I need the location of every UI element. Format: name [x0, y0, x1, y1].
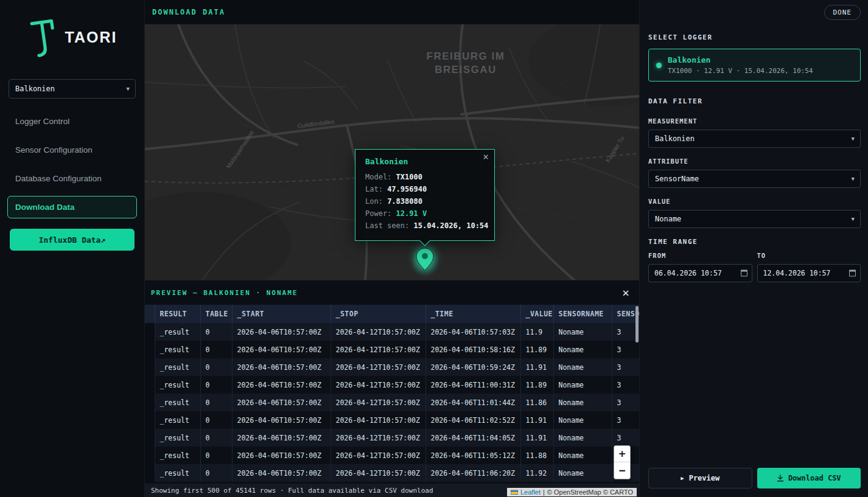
table-cell: 0	[200, 394, 232, 411]
from-label: FROM	[648, 252, 752, 259]
table-row: _result 0 2026-04-06T10:57:00Z 2026-04-1…	[145, 323, 639, 341]
page-title: DOWNLOAD DATA	[152, 8, 225, 16]
table-cell: 2026-04-06T10:58:16Z	[425, 341, 520, 358]
influxdb-data-button[interactable]: InfluxDB Data↗	[10, 229, 135, 251]
preview-table: RESULTTABLE_START_STOP_TIME_VALUESENSORN…	[145, 305, 639, 482]
table-cell: 11.91	[520, 429, 553, 447]
sidebar-nav: Logger Control Sensor Configuration Data…	[0, 107, 144, 221]
download-icon	[777, 474, 784, 482]
table-cell: 2026-04-06T10:57:00Z	[232, 411, 331, 429]
data-filter-label: DATA FILTER	[648, 97, 861, 105]
table-scrollbar-thumb[interactable]	[635, 306, 639, 342]
to-datetime-input[interactable]	[757, 264, 861, 282]
map[interactable]: FREIBURG IM BREISGAU Matsuyamaallee Guil…	[145, 24, 639, 280]
logger-card-name: Balkonien	[668, 55, 813, 64]
table-cell: 2026-04-06T10:57:00Z	[232, 447, 331, 464]
flag-icon	[511, 490, 518, 495]
right-panel: DONE SELECT LOGGER Balkonien TX1000 · 12…	[639, 0, 868, 497]
table-cell: Noname	[553, 376, 612, 394]
main-area: DOWNLOAD DATA	[145, 0, 639, 497]
value-select[interactable]: Noname	[648, 210, 861, 228]
table-cell: Noname	[553, 447, 612, 464]
zoom-out-button[interactable]: −	[614, 462, 631, 479]
preview-close-icon[interactable]: ×	[622, 287, 629, 299]
sidebar-item-download-data[interactable]: Download Data	[7, 196, 137, 218]
table-row: _result 0 2026-04-06T10:57:00Z 2026-04-1…	[145, 341, 639, 358]
table-cell	[145, 323, 155, 341]
map-marker-icon[interactable]	[416, 248, 434, 271]
table-cell: 2026-04-06T11:01:44Z	[425, 394, 520, 411]
popup-close-icon[interactable]: ×	[483, 152, 489, 162]
table-cell: 2026-04-12T10:57:00Z	[331, 429, 425, 447]
table-cell: _result	[155, 394, 200, 411]
download-csv-button[interactable]: Download CSV	[757, 468, 861, 488]
table-cell: 0	[200, 341, 232, 358]
main-content: FREIBURG IM BREISGAU Matsuyamaallee Guil…	[145, 24, 639, 497]
preview-button[interactable]: ▶ Preview	[648, 468, 752, 488]
table-cell: 2026-04-06T11:02:52Z	[425, 411, 520, 429]
table-cell: 3	[612, 394, 639, 411]
from-datetime-input[interactable]	[648, 264, 752, 282]
table-cell: 2026-04-06T11:00:31Z	[425, 376, 520, 394]
table-row: _result 0 2026-04-06T10:57:00Z 2026-04-1…	[145, 358, 639, 376]
sidebar-item-sensor-configuration[interactable]: Sensor Configuration	[7, 139, 137, 161]
table-cell: 11.89	[520, 341, 553, 358]
preview-table-wrap: RESULTTABLE_START_STOP_TIME_VALUESENSORN…	[145, 305, 639, 484]
popup-lon-row: Lon: 7.838080	[365, 195, 485, 207]
table-cell: _result	[155, 358, 200, 376]
table-cell: 0	[200, 411, 232, 429]
table-cell: _result	[155, 411, 200, 429]
measurement-select[interactable]: Balkonien	[648, 130, 861, 148]
table-cell: 3	[612, 341, 639, 358]
table-cell	[145, 376, 155, 394]
preview-panel: PREVIEW — BALKONIEN · NONAME × RESULTTAB…	[145, 280, 639, 497]
table-cell: Noname	[553, 358, 612, 376]
table-cell: 11.91	[520, 411, 553, 429]
sidebar-item-database-configuration[interactable]: Database Configuration	[7, 167, 137, 190]
preview-title: PREVIEW — BALKONIEN · NONAME	[151, 289, 298, 297]
table-cell: 3	[612, 429, 639, 447]
to-label: TO	[757, 252, 861, 259]
sidebar-item-logger-control[interactable]: Logger Control	[7, 110, 137, 133]
table-header-cell: SENSORNAME	[553, 305, 612, 323]
popup-power-row: Power: 12.91 V	[365, 207, 485, 220]
table-header-cell: _START	[232, 305, 331, 323]
map-zoom-control: + −	[614, 445, 631, 479]
table-cell: Noname	[553, 323, 612, 341]
sidebar-logger-select[interactable]: Balkonien	[9, 79, 136, 99]
zoom-in-button[interactable]: +	[614, 445, 631, 462]
table-cell: _result	[155, 447, 200, 464]
table-header-cell	[145, 305, 155, 323]
table-cell	[145, 394, 155, 411]
table-cell: 2026-04-12T10:57:00Z	[331, 323, 425, 341]
table-cell: 2026-04-06T11:05:12Z	[425, 447, 520, 464]
time-range-label: TIME RANGE	[648, 238, 861, 246]
table-cell: 2026-04-06T10:57:00Z	[232, 358, 331, 376]
app-root: TAORI Balkonien ▼ Logger Control Sensor …	[0, 0, 868, 497]
table-cell: 0	[200, 376, 232, 394]
value-label: VALUE	[648, 198, 861, 205]
topbar: DOWNLOAD DATA	[145, 0, 639, 24]
map-city-label: FREIBURG IM BREISGAU	[427, 50, 505, 77]
logger-card[interactable]: Balkonien TX1000 · 12.91 V · 15.04.2026,…	[648, 49, 861, 82]
table-header-row: RESULTTABLE_START_STOP_TIME_VALUESENSORN…	[145, 305, 639, 323]
done-button[interactable]: DONE	[824, 5, 861, 20]
table-row: _result 0 2026-04-06T10:57:00Z 2026-04-1…	[145, 464, 639, 482]
table-cell: Noname	[553, 394, 612, 411]
table-cell: 3	[612, 358, 639, 376]
attribute-select[interactable]: SensorName	[648, 170, 861, 188]
table-header-cell: _STOP	[331, 305, 425, 323]
table-cell: Noname	[553, 429, 612, 447]
table-cell: 0	[200, 323, 232, 341]
table-row: _result 0 2026-04-06T10:57:00Z 2026-04-1…	[145, 429, 639, 447]
table-cell: 2026-04-06T11:04:05Z	[425, 429, 520, 447]
table-cell: 11.89	[520, 376, 553, 394]
table-cell: 2026-04-06T10:57:00Z	[232, 394, 331, 411]
table-cell: 2026-04-06T10:57:00Z	[232, 429, 331, 447]
popup-title: Balkonien	[365, 157, 485, 166]
table-cell	[145, 464, 155, 482]
table-cell: _result	[155, 464, 200, 482]
leaflet-link[interactable]: Leaflet	[520, 488, 541, 496]
table-cell: 2026-04-06T10:59:24Z	[425, 358, 520, 376]
attribute-label: ATTRIBUTE	[648, 158, 861, 165]
